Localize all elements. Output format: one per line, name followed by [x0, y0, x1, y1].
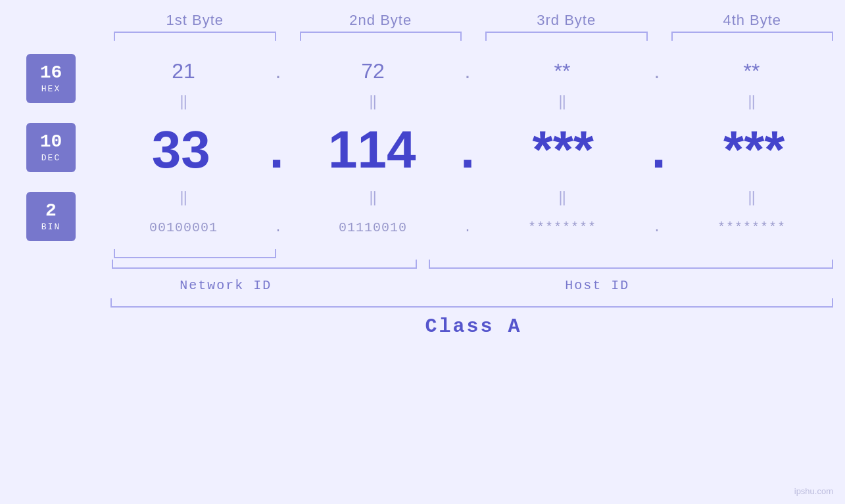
eq-row-1: ‖ ‖ ‖ ‖: [102, 89, 845, 115]
bin-dot1: .: [265, 220, 291, 235]
dec-b4: ***: [675, 120, 834, 180]
hex-badge-num: 16: [40, 64, 62, 82]
class-label-row: Class A: [0, 315, 845, 338]
byte1-header: 1st Byte: [102, 12, 288, 29]
dec-row: 33 . 114 . *** . ***: [102, 115, 845, 185]
bin-b2: 01110010: [291, 220, 454, 235]
hex-dot1: .: [265, 59, 291, 83]
eq1-b1: ‖: [102, 93, 265, 110]
class-full-bracket: [0, 298, 845, 308]
eq1-b2: ‖: [291, 93, 454, 110]
bin-row: 00100001 . 01110010 . ******** .: [102, 210, 845, 245]
eq-row-2: ‖ ‖ ‖ ‖: [102, 184, 845, 210]
byte2-header: 2nd Byte: [288, 12, 474, 29]
bin-badge-num: 2: [45, 202, 57, 220]
top-brackets: [0, 32, 845, 41]
hex-dot2: .: [454, 59, 481, 83]
eq2-b4: ‖: [670, 189, 833, 206]
network-id-label: Network ID: [102, 278, 350, 293]
hex-dot3: .: [644, 59, 670, 83]
hex-b4: **: [670, 59, 833, 83]
hex-b1: 21: [102, 59, 265, 83]
dec-b3: ***: [484, 120, 642, 180]
nh-bracket-container: [0, 260, 845, 274]
dec-dot1: .: [260, 120, 293, 180]
bin-b3: ********: [481, 220, 644, 235]
main-container: 1st Byte 2nd Byte 3rd Byte 4th Byte 16 H…: [0, 0, 845, 504]
hex-row: 21 . 72 . ** . **: [102, 54, 845, 89]
label-row: Network ID Host ID: [0, 278, 845, 293]
bracket-b2: [300, 32, 462, 41]
dec-badge: 10 DEC: [26, 123, 76, 172]
eq2-b1: ‖: [102, 189, 265, 206]
dec-b1: 33: [102, 120, 260, 180]
bin-b4: ********: [670, 220, 833, 235]
byte3-header: 3rd Byte: [473, 12, 660, 29]
dec-dot3: .: [642, 120, 675, 180]
hex-b2: 72: [291, 59, 454, 83]
dec-dot2: .: [451, 120, 484, 180]
class-label: Class A: [425, 315, 521, 338]
dec-badge-num: 10: [40, 133, 62, 151]
hex-badge: 16 HEX: [26, 54, 76, 103]
bracket-b3: [485, 32, 648, 41]
eq1-b4: ‖: [670, 93, 833, 110]
values-grid: 21 . 72 . ** . **: [102, 47, 845, 248]
badges-column: 16 HEX 10 DEC 2 BIN: [0, 47, 102, 248]
bracket-b1: [114, 32, 276, 41]
bvb-b1: [114, 249, 276, 258]
byte4-header: 4th Byte: [660, 12, 846, 29]
dec-b2: 114: [293, 120, 452, 180]
byte-headers: 1st Byte 2nd Byte 3rd Byte 4th Byte: [0, 12, 845, 29]
bin-dot2: .: [454, 220, 481, 235]
eq2-b2: ‖: [291, 189, 454, 206]
host-bracket: [429, 260, 834, 269]
content-area: 16 HEX 10 DEC 2 BIN 21 .: [0, 47, 845, 248]
watermark: ipshu.com: [794, 486, 833, 496]
eq2-b3: ‖: [481, 189, 644, 206]
network-bracket: [112, 260, 417, 269]
bracket-b4: [671, 32, 834, 41]
bin-badge: 2 BIN: [26, 192, 76, 241]
bin-badge-label: BIN: [41, 222, 60, 232]
hex-badge-label: HEX: [41, 84, 60, 94]
bin-b1: 00100001: [102, 220, 265, 235]
host-id-label: Host ID: [350, 278, 845, 293]
bin-dot3: .: [644, 220, 670, 235]
dec-badge-label: DEC: [41, 153, 60, 163]
hex-b3: **: [481, 59, 644, 83]
bottom-val-brackets: [0, 249, 845, 258]
eq1-b3: ‖: [481, 93, 644, 110]
